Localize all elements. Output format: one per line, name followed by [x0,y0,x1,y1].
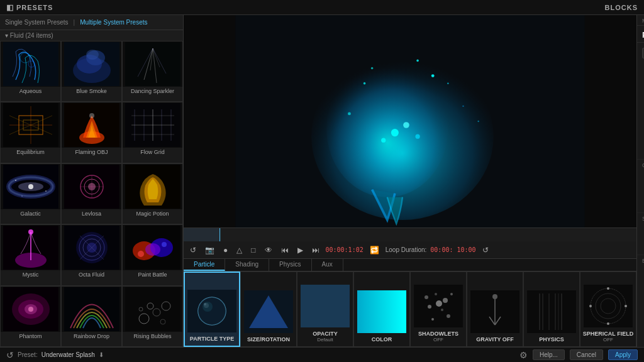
effect-color[interactable]: COLOR [353,272,410,347]
right-panel: Master System PARTICLE TYPE ↺ Copy Paste… [636,15,644,347]
effect-size-rotation[interactable]: SIZE/ROTATION [240,272,297,347]
svg-point-88 [415,134,419,139]
svg-rect-102 [357,290,406,333]
right-panel-header: Master System [637,15,644,26]
glow-blend-row: Blending Mode Normal [637,200,644,211]
preset-item-dancing-sparkler[interactable]: Dancing Sparkler [122,41,183,102]
rewind-btn[interactable]: ↺ [187,244,199,256]
preset-item-flaming-obj[interactable]: Flaming OBJ [61,102,122,163]
preset-item-octa-fluid[interactable]: Octa Fluid [61,224,122,285]
preset-name-mystic: Mystic [23,270,39,280]
preset-grid: Aqueous Blue Smoke [0,41,183,347]
effect-opacity[interactable]: OPACITY Default [297,272,353,347]
cancel-btn[interactable]: Cancel [570,349,603,360]
effect-opacity-label: OPACITY [313,331,337,337]
motion-btn[interactable]: △ [234,244,245,256]
copy-paste-row: Copy Paste [637,45,644,61]
svg-point-37 [21,195,23,197]
preview-btn[interactable]: ● [221,244,230,256]
svg-point-35 [15,180,16,181]
blocks-label: BLOCKS [605,4,638,11]
effect-spherical-field-label: SPHERICAL FIELD [583,331,633,337]
preset-name-equilibrium: Equilibrium [16,148,45,157]
preset-name-rising-bubbles: Rising Bubbles [133,332,171,341]
svg-point-107 [450,293,453,295]
svg-point-87 [381,138,386,143]
help-btn[interactable]: Help... [533,349,565,360]
tab-multiple-system[interactable]: Multiple System Presets [80,19,147,26]
svg-point-85 [391,129,399,136]
status-reset-icon[interactable]: ↺ [6,350,14,360]
tab-physics[interactable]: Physics [269,259,311,271]
apply-btn[interactable]: Apply [608,349,638,360]
preset-item-galactic[interactable]: Galactic [0,163,61,224]
presets-icon: ◧ [6,3,14,12]
prev-frame-btn[interactable]: ⏮ [279,244,291,256]
tab-single-system[interactable]: Single System Presets [5,19,69,26]
preset-name-galactic: Galactic [20,209,41,219]
timeline-bar[interactable] [184,228,636,241]
svg-rect-67 [125,287,180,331]
preset-name-flow-grid: Flow Grid [140,148,165,157]
effect-opacity-sublabel: Default [317,337,333,343]
eye-btn[interactable]: 👁 [262,244,275,256]
svg-point-94 [198,297,226,325]
preset-item-mystic[interactable]: Mystic [0,224,61,285]
play-btn[interactable]: ▶ [295,244,306,256]
preset-item-rising-bubbles[interactable]: Rising Bubbles [122,286,183,347]
refresh-btn[interactable]: ↺ [480,244,491,256]
svg-point-7 [86,50,99,60]
preset-item-flow-grid[interactable]: Flow Grid [122,102,183,163]
svg-point-86 [403,122,409,128]
preset-name-flaming-obj: Flaming OBJ [75,148,108,157]
svg-point-111 [431,318,434,321]
preset-tabs: Single System Presets | Multiple System … [0,15,183,30]
tab-row: Particle Shading Physics Aux [184,259,636,272]
preset-item-magic-potion[interactable]: Magic Potion [122,163,183,224]
svg-rect-100 [301,285,350,327]
particle-type-row: Particle Type: Sprite Colorize [637,72,644,84]
preset-name-levlosa: Levlosa [82,209,101,219]
preset-name-paint-battle: Paint Battle [138,270,167,280]
svg-point-112 [436,300,442,307]
preset-item-blue-smoke[interactable]: Blue Smoke [61,41,122,102]
scrubblets-header: Scrubblets [637,212,644,223]
preset-item-phantom[interactable]: Phantom [0,286,61,347]
svg-point-20 [89,113,94,118]
preset-name-phantom: Phantom [19,332,42,341]
effect-spherical-field[interactable]: SPHERICAL FIELD OFF [580,272,636,347]
status-gear-icon[interactable]: ⚙ [519,350,528,360]
tab-aux[interactable]: Aux [312,259,343,271]
tab-particle[interactable]: Particle [184,259,225,271]
svg-point-84 [348,112,351,116]
loop-btn[interactable]: 🔁 [367,244,382,256]
preset-name-aqueous: Aqueous [19,87,42,96]
rect-btn[interactable]: □ [248,244,258,256]
preset-name-blue-smoke: Blue Smoke [76,87,107,96]
preset-item-equilibrium[interactable]: Equilibrium [0,102,61,163]
tab-shading[interactable]: Shading [225,259,269,271]
effect-particle-type[interactable]: PARTICLE TYPE [184,272,240,347]
svg-point-36 [45,190,47,192]
status-preset-value: Underwater Splash [42,351,95,358]
svg-point-47 [28,229,33,234]
effect-gravity[interactable]: GRAVITY OFF [467,272,523,347]
effect-shadowlets[interactable]: SHADOWLETS OFF [410,272,467,347]
effect-physics-label: PHYSICS [539,336,564,343]
svg-point-131 [607,287,609,290]
right-panel-content: Copy Paste Preset: Untitled ⬇ Particle T… [637,43,644,347]
status-save-icon[interactable]: ⬇ [99,351,104,358]
preset-item-aqueous[interactable]: Aqueous [0,41,61,102]
preset-item-rainbow-drop[interactable]: Rainbow Drop [61,286,122,347]
time-display: 00:00:1:02 [326,246,364,253]
particle-feather-row: Particle Feather: 50.0 [637,124,644,135]
effect-physics[interactable]: PHYSICS [523,272,580,347]
blend-mode-header: Blend Mode [637,255,644,265]
effect-size-rotation-label: SIZE/ROTATION [247,336,290,343]
svg-point-60 [162,242,167,247]
preset-item-paint-battle[interactable]: Paint Battle [122,224,183,285]
next-frame-btn[interactable]: ⏭ [309,244,322,256]
preset-item-levlosa[interactable]: Levlosa [61,163,122,224]
random-seed-row: Random Seed: 1 [637,146,644,158]
camera-btn[interactable]: 📷 [203,244,217,256]
